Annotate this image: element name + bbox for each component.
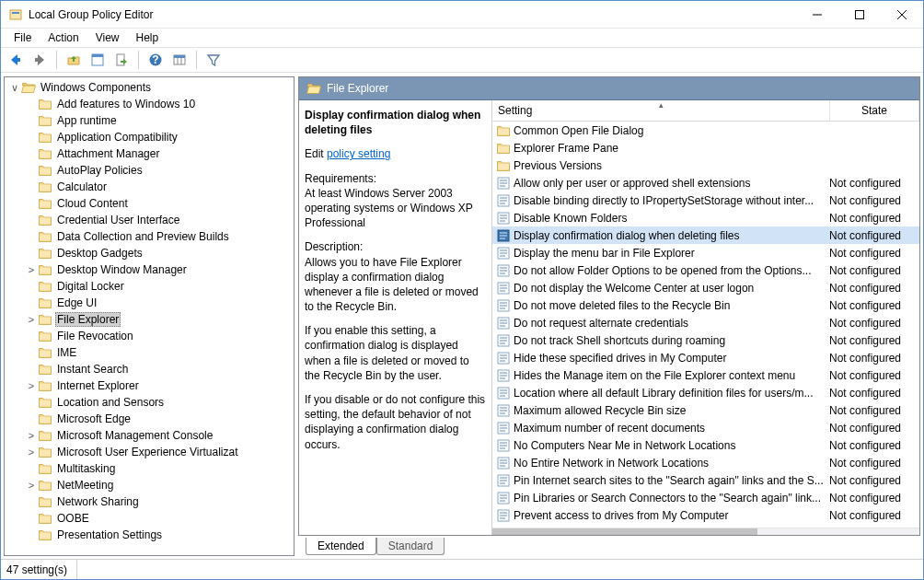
- list-setting[interactable]: No Computers Near Me in Network Location…: [492, 436, 919, 454]
- folder-icon: [38, 97, 52, 111]
- list-setting[interactable]: Location where all default Library defin…: [492, 384, 919, 401]
- tree-item[interactable]: IME: [25, 344, 294, 361]
- tree-item[interactable]: >Microsoft User Experience Virtualizat: [25, 444, 294, 460]
- tree-item[interactable]: Cloud Content: [25, 195, 294, 212]
- list-setting[interactable]: Allow only per user or approved shell ex…: [492, 174, 919, 191]
- tree-item[interactable]: >NetMeeting: [25, 477, 294, 493]
- expand-icon[interactable]: >: [25, 430, 38, 441]
- folder-icon: [38, 213, 52, 227]
- folder-header: File Explorer: [299, 77, 919, 100]
- list-folder[interactable]: Previous Versions: [492, 157, 919, 174]
- list-folder[interactable]: Explorer Frame Pane: [492, 139, 919, 157]
- requirements-label: Requirements:: [305, 171, 486, 186]
- tree-item[interactable]: Microsoft Edge: [25, 411, 294, 427]
- tree-item[interactable]: Credential User Interface: [25, 212, 294, 228]
- list-setting[interactable]: Hide these specified drives in My Comput…: [492, 349, 919, 366]
- filter-button[interactable]: [202, 49, 225, 71]
- tree-item[interactable]: OOBE: [25, 510, 294, 527]
- list-setting[interactable]: Do not track Shell shortcuts during roam…: [492, 331, 919, 349]
- tree-item[interactable]: Application Compatibility: [25, 129, 294, 145]
- columns-button[interactable]: [168, 49, 191, 71]
- tree-item[interactable]: Add features to Windows 10: [25, 96, 294, 112]
- tree-item[interactable]: Network Sharing: [25, 493, 294, 510]
- tab-strip: Extended Standard: [298, 536, 920, 556]
- folder-icon: [38, 329, 52, 343]
- setting-icon: [496, 211, 511, 226]
- folder-icon: [38, 196, 52, 211]
- list-setting[interactable]: Prevent access to drives from My Compute…: [492, 506, 919, 524]
- maximize-button[interactable]: [838, 1, 881, 29]
- list-setting[interactable]: Display the menu bar in File ExplorerNot…: [492, 244, 919, 261]
- tree-item[interactable]: Digital Locker: [25, 278, 294, 295]
- tree-item[interactable]: App runtime: [25, 112, 294, 129]
- tree-pane[interactable]: ∨Windows ComponentsAdd features to Windo…: [4, 76, 295, 556]
- menu-file[interactable]: File: [6, 30, 39, 45]
- tree-item[interactable]: >Desktop Window Manager: [25, 261, 294, 278]
- expand-icon[interactable]: >: [25, 380, 38, 391]
- forward-button[interactable]: [29, 49, 51, 71]
- list-setting[interactable]: Do not request alternate credentialsNot …: [492, 314, 919, 331]
- list-setting[interactable]: Do not move deleted files to the Recycle…: [492, 296, 919, 314]
- list-setting[interactable]: Do not display the Welcome Center at use…: [492, 279, 919, 296]
- list-folder[interactable]: Common Open File Dialog: [492, 122, 919, 139]
- tree-item[interactable]: >Internet Explorer: [25, 377, 294, 394]
- folder-icon: [38, 461, 52, 476]
- tree-item[interactable]: >File Explorer: [25, 311, 294, 328]
- tree-item[interactable]: Desktop Gadgets: [25, 245, 294, 261]
- list-setting[interactable]: Disable Known FoldersNot configured: [492, 209, 919, 226]
- minimize-button[interactable]: [796, 1, 838, 29]
- folder-icon: [38, 229, 52, 244]
- edit-policy-link[interactable]: policy setting: [327, 147, 390, 160]
- list-body[interactable]: Common Open File DialogExplorer Frame Pa…: [492, 122, 919, 528]
- column-setting[interactable]: Setting▴: [492, 100, 830, 121]
- tree-item[interactable]: Calculator: [25, 179, 294, 195]
- folder-icon: [38, 528, 52, 542]
- tree-item[interactable]: Multitasking: [25, 460, 294, 477]
- list-setting[interactable]: No Entire Network in Network LocationsNo…: [492, 454, 919, 471]
- folder-icon: [496, 141, 511, 156]
- expand-icon[interactable]: >: [25, 314, 38, 325]
- tree-item[interactable]: Presentation Settings: [25, 527, 294, 543]
- tree-item[interactable]: >Microsoft Management Console: [25, 427, 294, 444]
- list-setting[interactable]: Maximum number of recent documentsNot co…: [492, 419, 919, 436]
- horizontal-scrollbar[interactable]: [492, 528, 919, 535]
- up-level-button[interactable]: [63, 49, 85, 71]
- menu-view[interactable]: View: [88, 30, 127, 45]
- help-button[interactable]: [144, 49, 167, 71]
- collapse-icon[interactable]: ∨: [8, 82, 21, 94]
- list-setting[interactable]: Hides the Manage item on the File Explor…: [492, 366, 919, 384]
- tree-item[interactable]: Edge UI: [25, 295, 294, 311]
- list-setting[interactable]: Pin Libraries or Search Connectors to th…: [492, 489, 919, 506]
- setting-icon: [496, 246, 511, 261]
- menu-help[interactable]: Help: [129, 30, 167, 45]
- menu-action[interactable]: Action: [40, 30, 86, 45]
- tree-item[interactable]: AutoPlay Policies: [25, 162, 294, 179]
- tree-item[interactable]: Location and Sensors: [25, 394, 294, 411]
- tree-item[interactable]: File Revocation: [25, 328, 294, 344]
- back-button[interactable]: [5, 49, 27, 71]
- tab-standard[interactable]: Standard: [376, 538, 445, 555]
- expand-icon[interactable]: >: [25, 264, 38, 275]
- export-list-button[interactable]: [110, 49, 133, 71]
- list-setting[interactable]: Pin Internet search sites to the "Search…: [492, 471, 919, 489]
- setting-icon: [496, 438, 511, 453]
- list-header: Setting▴ State: [492, 100, 919, 122]
- show-hide-tree-button[interactable]: [87, 49, 109, 71]
- expand-icon[interactable]: >: [25, 447, 38, 458]
- list-setting[interactable]: Maximum allowed Recycle Bin sizeNot conf…: [492, 401, 919, 419]
- tree-item[interactable]: Data Collection and Preview Builds: [25, 228, 294, 245]
- folder-icon: [38, 296, 52, 310]
- folder-icon: [38, 146, 52, 161]
- column-state[interactable]: State: [830, 100, 919, 121]
- close-button[interactable]: [881, 1, 923, 29]
- tree-item[interactable]: Instant Search: [25, 361, 294, 377]
- tab-extended[interactable]: Extended: [306, 538, 376, 555]
- folder-icon: [38, 113, 52, 128]
- expand-icon[interactable]: >: [25, 480, 38, 491]
- tree-item[interactable]: Attachment Manager: [25, 145, 294, 162]
- list-setting[interactable]: Do not allow Folder Options to be opened…: [492, 261, 919, 279]
- tree-root[interactable]: ∨Windows Components: [8, 79, 294, 96]
- list-setting[interactable]: Disable binding directly to IPropertySet…: [492, 191, 919, 209]
- list-setting[interactable]: Display confirmation dialog when deletin…: [492, 226, 919, 244]
- setting-icon: [496, 456, 511, 470]
